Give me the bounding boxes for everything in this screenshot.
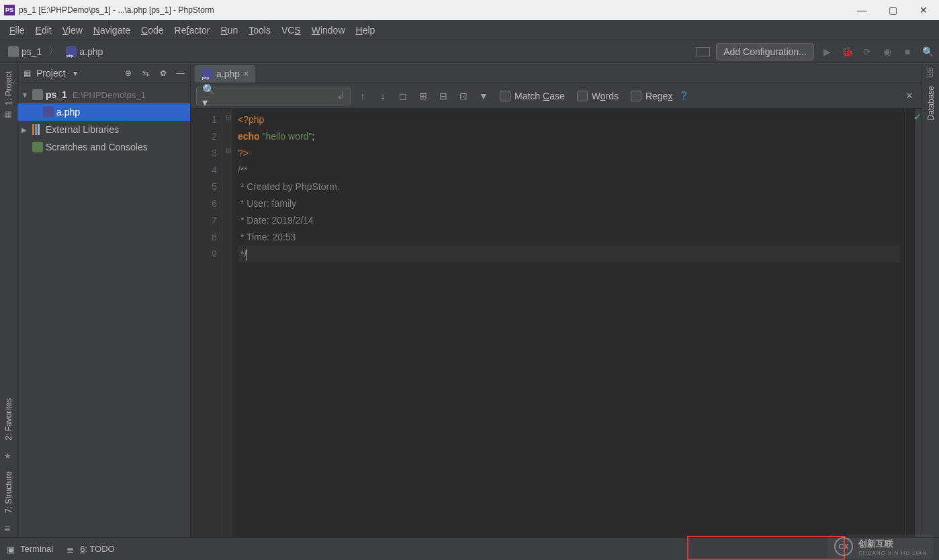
checkbox-icon [500,91,510,101]
right-tool-gutter: 🗄 Database [922,63,939,537]
dropdown-icon: ▾ [70,68,81,79]
marker-strip [905,109,915,537]
titlebar-left: PS ps_1 [E:\PHPDemo\ps_1] - ...\a.php [p… [4,5,214,15]
add-selection-icon[interactable]: ⊞ [415,88,431,104]
project-toolbar: ▦ Project ▾ ⊕ ⇆ ✿ — [17,63,190,83]
breadcrumb-file[interactable]: a.php [62,45,107,58]
todo-icon: ≣ [66,545,76,554]
tree-root[interactable]: ▼ ps_1 E:\PHPDemo\ps_1 [17,86,190,103]
words-label: Words [592,91,619,101]
todo-button[interactable]: ≣ 6: TODO [66,544,115,554]
annotation-highlight [687,536,845,560]
toggle-selection-icon[interactable]: ⊡ [455,88,472,104]
tool-project-tab[interactable]: 1: Project [4,67,13,109]
tree-file[interactable]: a.php [17,103,190,121]
profile-icon[interactable]: ◉ [880,44,895,59]
prev-match-icon[interactable]: ↑ [355,88,371,104]
minimize-button[interactable]: — [846,0,877,20]
locate-icon[interactable]: ⊕ [123,68,134,79]
todo-label: 6: TODO [80,544,115,554]
match-case-checkbox[interactable]: Match Case [500,91,565,101]
fold-column: ⊟⊟ [224,109,232,537]
coverage-icon[interactable]: ⟳ [860,44,875,59]
settings-icon[interactable]: ✿ [158,68,169,79]
expand-icon[interactable]: ▼ [21,91,30,99]
hide-icon[interactable]: — [175,68,186,79]
code-line[interactable]: * Time: 20:53 [238,229,900,246]
tab-close-icon[interactable]: × [244,69,249,79]
debug-icon[interactable]: 🐞 [840,44,854,59]
breadcrumbs: ps_1 〉 a.php [4,44,107,58]
code-line[interactable]: ?> [238,145,900,162]
terminal-label: Terminal [20,544,53,554]
left-tool-gutter: 1: Project ▦ 2: Favorites ★ 7: Structure… [0,63,17,537]
filter-icon[interactable]: ▼ [476,88,492,104]
project-view-selector[interactable]: ▦ Project ▾ [21,68,81,79]
search-icon: 🔍▾ [202,83,216,109]
search-everywhere-icon[interactable]: 🔍 [920,44,935,59]
menu-edit[interactable]: Edit [30,22,57,38]
star-icon: ★ [4,451,13,461]
menubar: FileEditViewNavigateCodeRefactorRunTools… [0,20,939,40]
watermark-brand: 创新互联 [858,538,927,550]
tool-database-tab[interactable]: Database [926,82,936,124]
code-line[interactable]: */ [238,246,900,263]
words-checkbox[interactable]: Words [577,91,619,101]
tree-scratches[interactable]: Scratches and Consoles [17,138,190,156]
run-configuration-button[interactable]: Add Configuration... [716,43,814,60]
menu-window[interactable]: Window [306,22,351,38]
tree-scratches-label: Scratches and Consoles [46,142,148,152]
watermark-logo: CX [834,537,853,556]
maximize-button[interactable]: ▢ [877,0,908,20]
tab-label: a.php [216,68,240,79]
menu-file[interactable]: File [4,22,30,38]
main-area: 1: Project ▦ 2: Favorites ★ 7: Structure… [0,63,939,537]
center-area: ▦ Project ▾ ⊕ ⇆ ✿ — ▼ ps_1 [17,63,922,537]
menu-view[interactable]: View [57,22,88,38]
code-line[interactable]: <?php [238,111,900,128]
code-line[interactable]: * Created by PhpStorm. [238,179,900,195]
regex-checkbox[interactable]: Regex [631,91,672,101]
menu-help[interactable]: Help [351,22,381,38]
line-numbers: 123456789 [191,109,224,537]
status-bar: ▣ Terminal ≣ 6: TODO CX 创新互联 CHUANG XIN … [0,537,939,560]
run-icon[interactable]: ▶ [819,44,834,59]
code-editor[interactable]: 123456789 ⊟⊟ <?phpecho "hello word";?>/*… [191,109,922,537]
find-input[interactable] [220,91,332,101]
code-line[interactable]: * Date: 2019/2/14 [238,212,900,229]
menu-navigate[interactable]: Navigate [88,22,136,38]
tree-external-libraries[interactable]: ▶ External Libraries [17,121,190,138]
select-all-icon[interactable]: ◻ [395,88,411,104]
expand-icon[interactable]: ▶ [21,126,30,134]
code-line[interactable]: * User: family [238,195,900,212]
watermark-sub: CHUANG XIN HU LIAN [858,550,927,556]
remove-selection-icon[interactable]: ⊟ [435,88,451,104]
folder-icon [8,46,19,57]
menu-tools[interactable]: Tools [243,22,276,38]
find-help-icon[interactable]: ? [680,90,686,102]
collapse-icon[interactable]: ⇆ [140,68,151,79]
content-row: ▦ Project ▾ ⊕ ⇆ ✿ — ▼ ps_1 [17,63,922,537]
close-button[interactable]: ✕ [908,0,939,20]
find-close-icon[interactable]: × [903,90,916,102]
menu-code[interactable]: Code [136,22,169,38]
tool-structure-tab[interactable]: 7: Structure [4,467,13,517]
menu-refactor[interactable]: Refactor [169,22,216,38]
window-title: ps_1 [E:\PHPDemo\ps_1] - ...\a.php [ps_1… [19,5,214,15]
stop-icon[interactable]: ■ [900,44,915,59]
inspection-ok-icon: ✔ [913,111,922,122]
code-line[interactable]: /** [238,162,900,179]
menu-run[interactable]: Run [216,22,244,38]
tool-favorites-tab[interactable]: 2: Favorites [4,394,13,445]
find-input-wrapper[interactable]: 🔍▾ ↲ [196,87,351,105]
terminal-button[interactable]: ▣ Terminal [7,544,53,554]
editor-tab[interactable]: a.php × [195,65,255,83]
code-line[interactable]: echo "hello word"; [238,128,900,145]
run-target-icon[interactable] [696,44,711,59]
tree-file-name: a.php [56,107,80,118]
menu-vcs[interactable]: VCS [276,22,306,38]
breadcrumb-project[interactable]: ps_1 [4,45,46,58]
next-match-icon[interactable]: ↓ [375,88,391,104]
code-content[interactable]: <?phpecho "hello word";?>/** * Created b… [232,109,905,537]
project-panel: ▦ Project ▾ ⊕ ⇆ ✿ — ▼ ps_1 [17,63,191,537]
